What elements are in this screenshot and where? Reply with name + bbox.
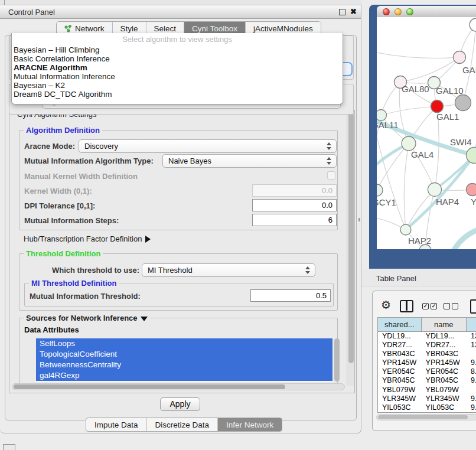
network-node-gcy1[interactable] [377, 184, 383, 196]
column-header-shared-[interactable]: shared... [378, 318, 422, 331]
bottom-tab-impute-data[interactable]: Impute Data [86, 418, 147, 431]
minimize-traffic-light-icon[interactable] [395, 8, 402, 15]
network-edge [452, 229, 476, 249]
network-node-gal[interactable] [454, 51, 466, 64]
settings-vertical-scrollbar[interactable] [347, 112, 354, 386]
deselect-all-checkboxes-icon[interactable] [444, 303, 458, 309]
desktop: Control Panel ✖ NetworkStyleSelectCyni T… [0, 0, 476, 450]
network-node-hap2[interactable] [400, 224, 411, 235]
zoom-traffic-light-icon[interactable] [406, 8, 413, 15]
cyni-algorithm-settings-pane: Cyni Algorithm Settings Algorithm Defini… [9, 110, 355, 393]
table-row-yil053c[interactable]: YIL053CYIL053C9. [378, 403, 476, 412]
network-canvas[interactable]: GALGAL80GAL10GAL1GAL11GAL4SWI4HAP4YGCY1H… [377, 17, 476, 249]
which-threshold-label: Which threshold to use: [52, 266, 139, 275]
expand-right-icon [145, 236, 151, 243]
network-node-gal4[interactable] [402, 136, 416, 151]
data-attributes-list: SelfLoopsTopologicalCoefficientBetweenne… [36, 338, 332, 381]
network-node-label: SWI4 [450, 137, 472, 147]
kernel-width-label: Kernel Width (0,1): [24, 187, 92, 195]
attribute-item-selfloops[interactable]: SelfLoops [36, 338, 332, 349]
apply-button[interactable]: Apply [160, 397, 200, 411]
network-edge [377, 120, 406, 230]
manual-kernel-label: Manual Kernel Width Definition [24, 172, 138, 181]
network-node[interactable] [470, 18, 476, 31]
attribute-item-betweennesscentrality[interactable]: BetweennessCentrality [36, 360, 332, 370]
attribute-item-topologicalcoefficient[interactable]: TopologicalCoefficient [36, 349, 332, 360]
combo-spinner-icon [327, 142, 332, 151]
network-node-label: HAP2 [408, 236, 431, 246]
bottom-tab-discretize-data[interactable]: Discretize Data [147, 418, 219, 431]
hub-definition-toggle[interactable]: Hub/Transcription Factor Definition [24, 234, 151, 243]
dpi-tolerance-label: DPI Tolerance [0,1]: [24, 201, 95, 210]
algorithm-definition-title: Algorithm Definition [24, 126, 102, 135]
mi-threshold-title: MI Threshold Definition [29, 279, 119, 288]
table-row-ylr345w[interactable]: YLR345WYLR345W9. [378, 394, 476, 403]
table-row-ypr145w[interactable]: YPR145WYPR145W9. [378, 358, 476, 367]
close-icon[interactable]: ✖ [350, 7, 357, 16]
network-node-label: GAL4 [411, 149, 433, 159]
network-node-label: HAP4 [436, 197, 459, 207]
algorithm-option-list: Bayesian – Hill ClimbingBasic Correlatio… [12, 45, 343, 99]
algorithm-option-bayesian-k2[interactable]: Bayesian – K2 [12, 81, 343, 90]
attributes-list-scrollbar[interactable] [334, 338, 340, 381]
table-horizontal-scrollbar[interactable] [376, 414, 476, 420]
collapse-down-icon [141, 317, 148, 321]
mi-algorithm-type-combo[interactable]: Naive Bayes [162, 154, 337, 168]
window-title: Control Panel [8, 8, 55, 17]
algorithm-option-aracne-algorithm[interactable]: ARACNE Algorithm [12, 63, 343, 72]
dpi-tolerance-field[interactable]: 0.0 [252, 199, 337, 211]
node-table: shared...name YDL19...YDL19...13YDR27...… [377, 317, 476, 413]
table-row-ybr043c[interactable]: YBR043CYBR043C [378, 350, 476, 358]
aracne-mode-combo[interactable]: Discovery [79, 139, 337, 153]
table-row-ydr27-[interactable]: YDR27...YDR27...12 [378, 341, 476, 350]
bottom-tab-infer-network[interactable]: Infer Network [218, 418, 282, 431]
panel-splitter-handle[interactable] [358, 218, 360, 221]
network-edge [404, 144, 409, 230]
algorithm-option-mutual-information-inference[interactable]: Mutual Information Inference [12, 72, 343, 81]
attribute-item-gal4rgexp[interactable]: gal4RGexp [36, 370, 332, 381]
float-window-icon[interactable] [339, 9, 345, 15]
mi-threshold-field[interactable]: 0.5 [250, 289, 331, 302]
gear-icon[interactable]: ⚙ [381, 298, 391, 312]
network-node[interactable] [455, 95, 471, 111]
network-node-label: GAL10 [436, 86, 464, 96]
settings-horizontal-scrollbar[interactable] [12, 383, 345, 390]
manual-kernel-checkbox[interactable] [327, 171, 335, 180]
bottom-tabbar: Impute DataDiscretize DataInfer Network [86, 418, 282, 432]
algorithm-option-bayesian-hill-climbing[interactable]: Bayesian – Hill Climbing [12, 45, 343, 54]
network-node-label: GCY1 [377, 197, 396, 207]
table-toolbar: ⚙ ✓✓ [373, 295, 476, 317]
sources-title[interactable]: Sources for Network Inference [24, 314, 150, 322]
network-node-y[interactable] [467, 184, 476, 196]
split-columns-icon[interactable] [400, 300, 413, 312]
algorithm-option-basic-correlation-inference[interactable]: Basic Correlation Inference [12, 54, 343, 63]
network-node-gal1[interactable] [431, 100, 444, 113]
network-edge [381, 106, 437, 115]
column-header-2[interactable] [467, 318, 476, 331]
kernel-width-field[interactable]: 0.0 [252, 184, 337, 197]
network-node-label: GAL1 [436, 112, 459, 122]
mi-threshold-label: Mutual Information Threshold: [30, 292, 141, 301]
table-row-yer054c[interactable]: YER054CYER054C8. [378, 367, 476, 376]
table-row-ybl079w[interactable]: YBL079WYBL079W [378, 386, 476, 394]
table-body: YDL19...YDL19...13YDR27...YDR27...12YBR0… [378, 332, 476, 412]
network-edge [377, 144, 409, 190]
mi-steps-field[interactable]: 6 [252, 214, 337, 226]
select-all-checkboxes-icon[interactable]: ✓✓ [422, 303, 437, 309]
minimized-panel-icon[interactable] [3, 444, 15, 450]
algorithm-option-dream8-dc-tdc-algorithm[interactable]: Dream8 DC_TDC Algorithm [12, 90, 343, 99]
table-row-ybr045c[interactable]: YBR045CYBR045C9. [378, 376, 476, 385]
network-node-label: GAL80 [402, 84, 429, 94]
network-icon [64, 25, 72, 32]
network-window-titlebar [377, 6, 476, 17]
table-panel-header: Table Panel [361, 269, 476, 286]
column-header-name[interactable]: name [422, 318, 467, 331]
document-icon[interactable] [470, 299, 476, 314]
network-node-hap4[interactable] [428, 183, 442, 197]
network-node-gal11[interactable] [377, 110, 387, 121]
sources-group: Sources for Network Inference Data Attri… [19, 318, 338, 390]
close-traffic-light-icon[interactable] [383, 8, 390, 15]
table-row-ydl19-[interactable]: YDL19...YDL19...13 [378, 332, 476, 341]
which-threshold-combo[interactable]: MI Threshold [142, 263, 315, 277]
network-edge [463, 25, 476, 103]
